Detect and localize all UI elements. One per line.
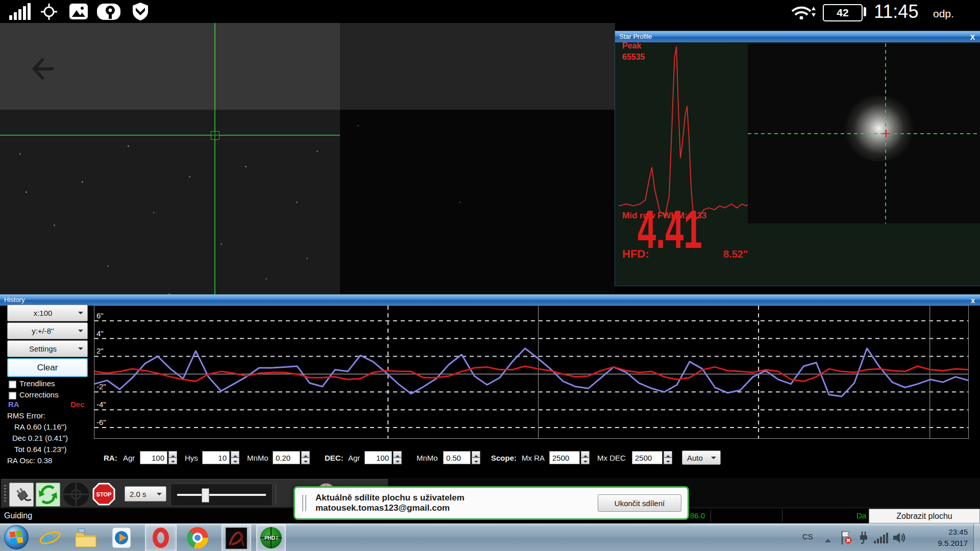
slider-thumb[interactable] [202,488,209,503]
brightness-slider[interactable] [170,484,273,506]
spin-up-icon[interactable] [231,451,239,458]
clock-suffix: odp. [933,8,954,20]
spin-down-icon[interactable] [393,458,402,464]
taskbar-date: 9.5.2017 [917,538,968,549]
mnmo-dec-spinner[interactable] [472,451,480,464]
agr-ra-spinner[interactable] [168,451,177,464]
shield-icon [132,3,149,21]
guiding-graph: 6"4"2"-2"-4"-6" [94,305,969,439]
peak-label: Peak [622,41,641,51]
volume-icon[interactable] [892,531,906,544]
opera-taskbar-button[interactable] [145,524,177,551]
start-button[interactable] [4,525,29,549]
star [220,243,222,245]
mnmo-ra-spinner[interactable] [301,451,310,464]
exposure-dropdown[interactable]: 2.0 s [125,486,166,502]
scope-label: Scope: [491,454,517,462]
guide-button[interactable] [62,482,90,507]
star-profile-close-button[interactable]: X [970,32,975,43]
dec-guide-mode-dropdown[interactable]: Auto [682,450,721,465]
notification-grip[interactable] [302,495,303,511]
language-indicator[interactable]: CS [802,532,813,541]
loop-arrows-icon [36,483,60,506]
signal-strength-icon [9,3,32,20]
chrome-icon[interactable] [187,527,208,548]
toolbar-grip[interactable] [4,485,6,503]
screen: 42 11:45 odp. Star Profile X [0,0,980,551]
mxdec-input[interactable] [632,451,663,464]
mxra-input[interactable] [549,451,580,464]
corrections-label: Corrections [19,390,59,399]
battery-icon: 42 [823,4,863,21]
hys-input[interactable] [202,451,230,464]
show-desktop-button[interactable] [973,524,980,551]
trendlines-checkbox[interactable] [9,381,16,388]
y-axis-tick-label: 6" [96,311,104,320]
agr-ra-input[interactable] [140,451,167,464]
spin-down-icon[interactable] [301,458,310,464]
history-close-button[interactable]: x [971,295,975,306]
hfd-arcsec: 8.52" [723,248,748,260]
y-scale-value: y:+/-8'' [8,327,78,335]
spin-up-icon[interactable] [301,451,310,458]
ra-param-label: RA: [104,454,117,462]
stop-button[interactable]: STOP [92,483,115,506]
y-scale-dropdown[interactable]: y:+/-8'' [7,322,88,339]
corrections-checkbox[interactable] [9,392,16,399]
history-titlebar[interactable]: History x [0,294,980,306]
guide-crosshair-horizontal [0,135,340,136]
back-arrow-icon[interactable] [28,54,59,84]
taskbar-time: 23:45 [917,527,968,538]
star-profile-title: Star Profile [619,33,652,40]
slider-track[interactable] [177,494,266,496]
spin-down-icon[interactable] [472,458,480,464]
action-center-flag-icon[interactable] [840,530,852,545]
spin-up-icon[interactable] [664,451,672,458]
hys-label: Hys [185,454,198,462]
chevron-down-icon [78,330,83,335]
taskbar-clock[interactable]: 23:45 9.5.2017 [917,527,968,549]
settings-dropdown[interactable]: Settings [7,340,88,357]
star-profile-titlebar[interactable]: Star Profile X [615,31,980,42]
hys-spinner[interactable] [231,451,239,464]
spin-up-icon[interactable] [472,451,480,458]
show-desktop-tooltip[interactable]: Zobrazit plochu [869,509,980,523]
spin-up-icon[interactable] [168,451,177,458]
gallery-icon [69,4,89,20]
spin-down-icon[interactable] [168,458,177,464]
phd2-taskbar-button[interactable]: PHD 2 [256,524,286,551]
clear-button[interactable]: Clear [7,358,88,377]
mnmo-dec-input[interactable] [443,451,471,464]
loop-exposures-button[interactable] [36,483,60,507]
spin-up-icon[interactable] [393,451,402,458]
hfd-value: 4.41 [638,203,702,256]
end-sharing-button[interactable]: Ukončit sdílení [598,494,681,512]
mxra-spinner[interactable] [581,451,590,464]
network-signal-icon[interactable] [874,532,888,544]
y-axis-tick-label: 2" [96,346,104,355]
astro-app-icon [226,528,247,549]
mnmo-ra-input[interactable] [273,451,300,464]
internet-explorer-icon[interactable]: e [39,527,61,549]
tray-expand-icon[interactable] [825,536,831,542]
spin-up-icon[interactable] [581,451,590,458]
connect-equipment-button[interactable] [9,483,34,507]
spin-down-icon[interactable] [581,458,590,464]
file-explorer-icon[interactable] [75,528,97,548]
dec-legend: Dec [70,400,85,409]
remote-overlay-band [0,23,615,110]
stop-button-label: STOP [96,491,112,497]
media-player-icon[interactable] [110,527,133,549]
power-plug-icon[interactable] [857,531,870,545]
agr-dec-input[interactable] [364,451,392,464]
spin-down-icon[interactable] [231,458,239,464]
show-desktop-label: Zobrazit plochu [896,512,952,521]
star-zoom-image [748,43,980,223]
agr-dec-spinner[interactable] [393,451,402,464]
astro-app-taskbar-button[interactable] [222,524,251,551]
y-axis-tick-label: 4" [96,329,104,338]
mxdec-spinner[interactable] [664,451,672,464]
x-scale-dropdown[interactable]: x:100 [7,305,88,321]
chevron-down-icon [711,457,716,462]
spin-down-icon[interactable] [664,458,672,464]
